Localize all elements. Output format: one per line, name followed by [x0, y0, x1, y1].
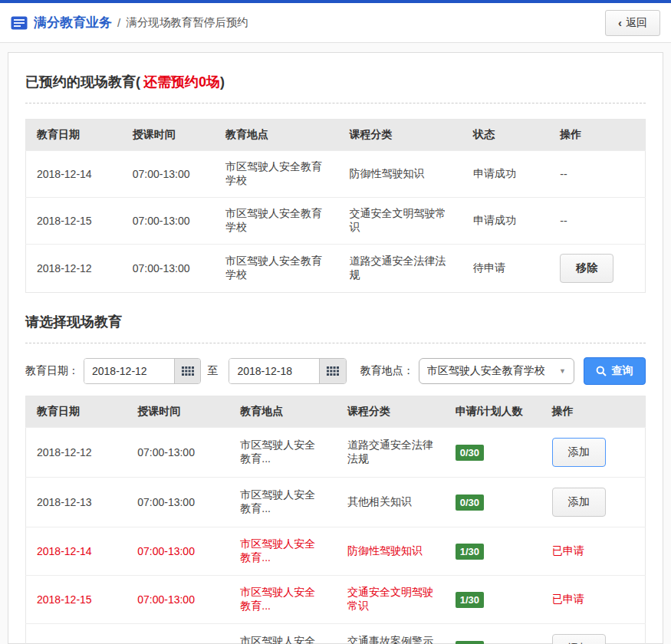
cell-date: 2018-12-13: [26, 478, 127, 527]
column-header: 操作: [541, 396, 646, 428]
table-row: 2018-12-14 07:00-13:00 市区驾驶人安全教育学校 防御性驾驶…: [26, 151, 646, 198]
cell-date: 2018-12-12: [26, 245, 122, 293]
add-button[interactable]: 添加: [552, 634, 606, 644]
cell-place: 市区驾驶人安全教育...: [229, 624, 337, 644]
available-table-header-row: 教育日期 授课时间 教育地点 课程分类 申请/计划人数 操作: [26, 396, 646, 428]
add-button[interactable]: 添加: [552, 438, 606, 467]
back-button-label: 返回: [626, 16, 647, 30]
column-header: 课程分类: [339, 120, 463, 151]
count-badge: 1/30: [456, 544, 484, 560]
add-button[interactable]: 添加: [552, 488, 606, 517]
cell-place: 市区驾驶人安全教育...: [229, 527, 337, 576]
booked-title-text: 已预约的现场教育(: [25, 74, 140, 90]
search-button-label: 查询: [611, 364, 633, 378]
booked-table: 教育日期 授课时间 教育地点 课程分类 状态 操作 2018-12-14 07:…: [25, 119, 646, 293]
list-icon: [11, 16, 28, 30]
cell-count: 0/30: [445, 624, 541, 644]
breadcrumb-separator: /: [117, 16, 120, 29]
cell-applied-status: 已申请: [541, 527, 646, 576]
cell-course: 防御性驾驶知识: [339, 151, 463, 198]
cell-time: 07:00-13:00: [127, 428, 229, 478]
cell-course: 道路交通安全法律法规: [337, 428, 445, 478]
date-from-input[interactable]: [84, 359, 174, 383]
cell-date: 2018-12-14: [26, 527, 127, 576]
cell-time: 07:00-13:00: [122, 198, 215, 245]
cell-course: 交通安全文明驾驶常识: [337, 576, 445, 624]
cell-count: 0/30: [445, 478, 541, 527]
app-title-link[interactable]: 满分教育业务: [34, 14, 112, 31]
available-table: 教育日期 授课时间 教育地点 课程分类 申请/计划人数 操作 2018-12-1…: [25, 396, 646, 644]
place-select-value: 市区驾驶人安全教育学校: [427, 364, 545, 378]
column-header: 状态: [462, 120, 549, 151]
cell-place: 市区驾驶人安全教育...: [229, 428, 337, 478]
date-from-combo: [84, 358, 201, 384]
table-row: 2018-12-12 07:00-13:00 市区驾驶人安全教育... 道路交通…: [26, 428, 646, 478]
count-badge: 0/30: [456, 495, 484, 511]
cell-action-none: --: [549, 198, 645, 245]
cell-time: 07:00-13:00: [127, 576, 229, 624]
cell-course: 道路交通安全法律法规: [339, 245, 463, 293]
cell-count: 0/30: [445, 428, 541, 478]
cell-course: 交通安全文明驾驶常识: [339, 198, 463, 245]
search-button[interactable]: 查询: [584, 357, 646, 385]
cell-date: 2018-12-15: [26, 576, 127, 624]
count-badge: 0/30: [456, 445, 484, 461]
header-bar: 满分教育业务 / 满分现场教育暂停后预约 ‹ 返回: [0, 3, 671, 43]
column-header: 教育地点: [215, 120, 339, 151]
table-row: 2018-12-15 07:00-13:00 市区驾驶人安全教育学校 交通安全文…: [26, 198, 646, 245]
cell-date: 2018-12-17: [26, 624, 127, 644]
magnifier-icon: [596, 366, 607, 376]
main-panel: 已预约的现场教育(还需预约0场) 教育日期 授课时间 教育地点 课程分类 状态 …: [8, 52, 663, 644]
column-header: 授课时间: [127, 396, 229, 428]
date-to-combo: [229, 358, 346, 384]
breadcrumb-current: 满分现场教育暂停后预约: [126, 15, 248, 30]
cell-action: 移除: [549, 245, 645, 293]
cell-course: 其他相关知识: [337, 478, 445, 527]
cell-action-none: --: [549, 151, 645, 198]
column-header: 教育地点: [229, 396, 337, 428]
column-header: 申请/计划人数: [445, 396, 541, 428]
table-row: 2018-12-12 07:00-13:00 市区驾驶人安全教育学校 道路交通安…: [26, 245, 646, 293]
cell-course: 防御性驾驶知识: [337, 527, 445, 576]
cell-status: 申请成功: [462, 198, 549, 245]
remove-button[interactable]: 移除: [560, 254, 613, 283]
cell-action: 添加: [541, 478, 646, 527]
select-section-title: 请选择现场教育: [25, 313, 646, 343]
count-badge: 0/30: [456, 641, 484, 644]
column-header: 操作: [549, 120, 645, 151]
column-header: 教育日期: [26, 120, 122, 151]
cell-action: 添加: [541, 624, 646, 644]
date-to-input[interactable]: [229, 359, 319, 383]
cell-status: 申请成功: [462, 151, 549, 198]
table-row: 2018-12-17 07:00-13:00 市区驾驶人安全教育... 交通事故…: [26, 624, 646, 644]
cell-time: 07:00-13:00: [122, 151, 215, 198]
calendar-grid-icon[interactable]: [174, 359, 200, 383]
chevron-left-icon: ‹: [618, 17, 622, 28]
table-row-applied: 2018-12-14 07:00-13:00 市区驾驶人安全教育... 防御性驾…: [26, 527, 646, 576]
cell-action: 添加: [541, 428, 646, 478]
date-filter-label: 教育日期：: [25, 364, 79, 378]
cell-date: 2018-12-14: [26, 151, 122, 198]
back-button[interactable]: ‹ 返回: [605, 10, 660, 36]
cell-count: 1/30: [445, 527, 541, 576]
cell-place: 市区驾驶人安全教育...: [229, 478, 337, 527]
cell-applied-status: 已申请: [541, 576, 646, 624]
cell-course: 交通事故案例警示教育: [337, 624, 445, 644]
cell-time: 07:00-13:00: [122, 245, 215, 293]
cell-time: 07:00-13:00: [127, 624, 229, 644]
table-row: 2018-12-13 07:00-13:00 市区驾驶人安全教育... 其他相关…: [26, 478, 646, 527]
column-header: 授课时间: [122, 120, 215, 151]
column-header: 课程分类: [337, 396, 445, 428]
calendar-grid-icon[interactable]: [319, 359, 345, 383]
column-header: 教育日期: [26, 396, 127, 428]
cell-place: 市区驾驶人安全教育学校: [215, 151, 339, 198]
cell-status: 待申请: [462, 245, 549, 293]
booked-section-title: 已预约的现场教育(还需预约0场): [25, 73, 646, 104]
cell-date: 2018-12-15: [26, 198, 122, 245]
cell-place: 市区驾驶人安全教育学校: [215, 198, 339, 245]
place-select[interactable]: 市区驾驶人安全教育学校 ▼: [419, 358, 574, 384]
cell-place: 市区驾驶人安全教育...: [229, 576, 337, 624]
count-badge: 1/30: [456, 592, 484, 608]
booked-title-remaining: 还需预约0场: [143, 74, 220, 90]
cell-count: 1/30: [445, 576, 541, 624]
